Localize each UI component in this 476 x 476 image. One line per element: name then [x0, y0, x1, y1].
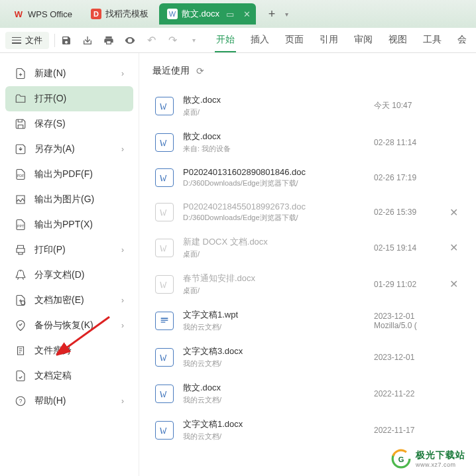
wps-icon: W: [13, 9, 24, 19]
sidebar-item-6[interactable]: PPT输出为PPT(X): [5, 212, 133, 237]
file-path: 桌面/: [183, 286, 374, 296]
remove-icon[interactable]: ✕: [447, 241, 460, 254]
file-row[interactable]: 新建 DOCX 文档.docx桌面/02-15 19:14✕: [152, 229, 463, 266]
sidebar-icon: PPT: [15, 219, 27, 231]
tab-dropdown-icon[interactable]: ▾: [285, 11, 288, 18]
file-time: 2023-12-01: [374, 353, 447, 362]
sidebar-item-3[interactable]: 另存为(A)›: [5, 137, 133, 162]
hamburger-icon: [12, 37, 21, 44]
file-path: 桌面/: [183, 107, 374, 117]
file-row[interactable]: 春节通知安排.docx桌面/01-29 11:02✕: [152, 266, 463, 302]
file-row[interactable]: P020240218455018992673.docD:/360Download…: [152, 195, 463, 229]
undo-icon[interactable]: ↶: [145, 34, 157, 46]
redo-icon[interactable]: ↷: [166, 34, 178, 46]
file-menu-button[interactable]: 文件: [5, 32, 49, 49]
sidebar-icon: [15, 68, 27, 80]
file-name: 散文.docx: [183, 131, 374, 143]
print-icon[interactable]: [103, 34, 115, 46]
file-info: P020240131602890801846.docD:/360Download…: [183, 167, 374, 188]
file-row[interactable]: 散文.docx我的云文档/2022-11-22: [152, 375, 463, 412]
file-info: 新建 DOCX 文档.docx桌面/: [183, 236, 374, 259]
main-area: 新建(N)›打开(O)保存(S)另存为(A)›PDF输出为PDF(F)输出为图片…: [0, 53, 476, 476]
sidebar-icon: [15, 93, 27, 105]
ribbon-tab-5[interactable]: 视图: [387, 29, 408, 52]
ribbon-tab-6[interactable]: 工具: [422, 29, 443, 52]
sidebar-item-2[interactable]: 保存(S): [5, 111, 133, 137]
export-icon[interactable]: [82, 34, 93, 46]
dropdown-icon[interactable]: ▾: [188, 34, 200, 46]
ribbon-tab-0[interactable]: 开始: [215, 29, 236, 52]
file-name: 春节通知安排.docx: [183, 272, 374, 284]
sidebar-icon: [15, 194, 27, 206]
file-path: 我的云文档/: [183, 359, 374, 369]
tabs-bar: W WPS Office D 找稻壳模板 W 散文.docx ▭ ✕ + ▾: [0, 0, 476, 28]
sidebar-item-9[interactable]: 文档加密(E)›: [5, 288, 133, 313]
sidebar-item-4[interactable]: PDF输出为PDF(F): [5, 162, 133, 187]
file-row[interactable]: 文字文稿1.docx我的云文档/2022-11-17: [152, 412, 463, 448]
file-row[interactable]: 文字文稿1.wpt我的云文档/2023-12-01Mozilla/5.0 (: [152, 302, 463, 339]
file-path: D:/360Downloads/Edge浏览器下载/: [183, 178, 374, 188]
svg-rect-5: [161, 318, 168, 319]
tab-app[interactable]: W WPS Office: [5, 3, 80, 25]
sidebar-item-11[interactable]: 文件瘦身: [5, 338, 133, 363]
sidebar-item-13[interactable]: ?帮助(H)›: [5, 388, 133, 414]
sidebar-item-1[interactable]: 打开(O): [5, 86, 133, 111]
close-icon[interactable]: ✕: [243, 9, 251, 19]
tab-document[interactable]: W 散文.docx ▭ ✕: [159, 3, 256, 25]
file-name: 文字文稿3.docx: [183, 345, 374, 357]
save-icon[interactable]: [60, 34, 72, 46]
tab-template[interactable]: D 找稻壳模板: [83, 3, 156, 25]
ribbon-tab-3[interactable]: 引用: [318, 29, 339, 52]
tab-doc-label: 散文.docx: [182, 8, 219, 20]
ribbon-tab-1[interactable]: 插入: [249, 29, 270, 52]
sidebar-item-label: 另存为(A): [34, 143, 75, 155]
sidebar-item-5[interactable]: 输出为图片(G): [5, 187, 133, 212]
file-row[interactable]: 散文.docx桌面/今天 10:47: [152, 88, 463, 124]
file-name: 新建 DOCX 文档.docx: [183, 236, 374, 248]
chevron-right-icon: ›: [121, 321, 124, 330]
sidebar-item-label: 打印(P): [34, 244, 66, 256]
quick-toolbar: ↶ ↷ ▾: [60, 34, 200, 46]
ribbon-tab-4[interactable]: 审阅: [353, 29, 374, 52]
sidebar-item-0[interactable]: 新建(N)›: [5, 61, 133, 86]
sidebar-item-12[interactable]: 文档定稿: [5, 363, 133, 388]
chevron-right-icon: ›: [121, 69, 124, 78]
sidebar-item-label: 文件瘦身: [34, 345, 72, 357]
file-row[interactable]: 散文.docx来自: 我的设备02-28 11:14: [152, 124, 463, 160]
svg-rect-7: [161, 322, 166, 322]
file-name: 散文.docx: [183, 382, 374, 394]
sidebar-icon: [15, 269, 27, 281]
remove-icon[interactable]: ✕: [447, 206, 460, 219]
ribbon-tab-2[interactable]: 页面: [284, 29, 305, 52]
content-header: 最近使用 ⟳: [152, 65, 463, 77]
file-menu-label: 文件: [25, 34, 42, 46]
sidebar-item-8[interactable]: 分享文档(D): [5, 263, 133, 288]
watermark-url: www.xz7.com: [416, 461, 465, 468]
sidebar-icon: [15, 143, 27, 155]
ribbon-tab-7[interactable]: 会: [456, 29, 468, 52]
file-row[interactable]: P020240131602890801846.docD:/360Download…: [152, 160, 463, 195]
file-time: 2022-11-17: [374, 426, 447, 435]
sidebar-icon: PDF: [15, 168, 27, 180]
word-icon: W: [167, 9, 178, 19]
refresh-icon[interactable]: ⟳: [196, 66, 204, 76]
file-name: P020240131602890801846.doc: [183, 167, 374, 177]
file-type-icon: [155, 239, 174, 257]
preview-icon[interactable]: [124, 34, 136, 46]
sidebar-item-7[interactable]: 打印(P)›: [5, 237, 133, 263]
file-info: 文字文稿1.wpt我的云文档/: [183, 309, 374, 332]
separator: [54, 34, 55, 47]
remove-icon[interactable]: ✕: [447, 278, 460, 290]
sidebar-item-10[interactable]: 备份与恢复(K)›: [5, 313, 133, 338]
template-icon: D: [91, 9, 101, 19]
add-tab-button[interactable]: +: [263, 5, 281, 23]
sidebar-item-label: 输出为PPT(X): [34, 219, 93, 231]
file-info: P020240218455018992673.docD:/360Download…: [183, 202, 374, 223]
file-row[interactable]: 文字文稿3.docx我的云文档/2023-12-01: [152, 339, 463, 375]
file-type-icon: [155, 312, 174, 330]
file-list: 散文.docx桌面/今天 10:47散文.docx来自: 我的设备02-28 1…: [152, 88, 463, 448]
file-time: 02-26 15:39: [374, 208, 447, 217]
svg-text:G: G: [398, 455, 404, 463]
maximize-icon[interactable]: ▭: [226, 9, 234, 19]
file-type-icon: [155, 275, 174, 294]
